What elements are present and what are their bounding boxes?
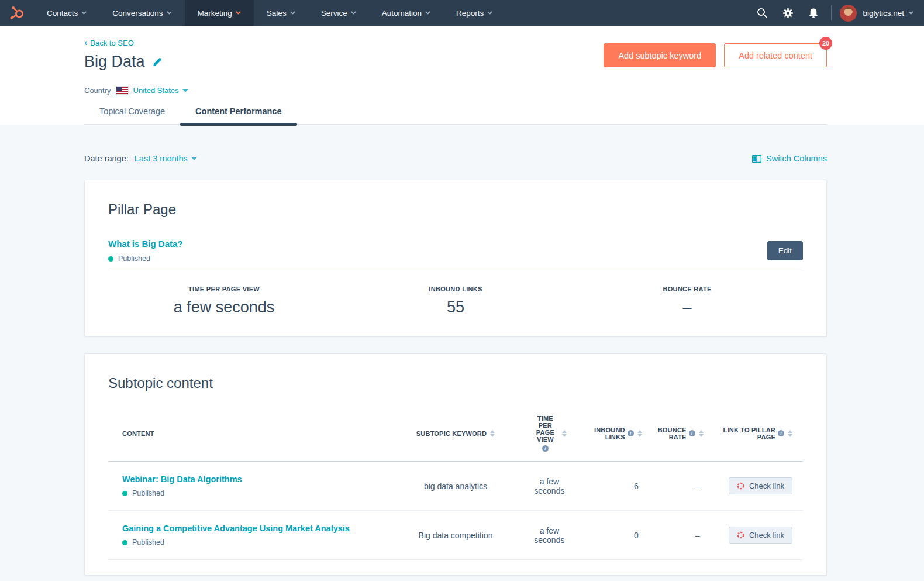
sort-arrows-icon[interactable] bbox=[788, 430, 792, 437]
back-to-seo-link[interactable]: ‹ Back to SEO bbox=[84, 38, 134, 47]
nav-item-conversations[interactable]: Conversations bbox=[99, 0, 184, 26]
status-badge: Published bbox=[118, 255, 150, 263]
nav-item-label: Service bbox=[321, 9, 347, 18]
page-header: ‹ Back to SEO Big Data Add subtopic keyw… bbox=[0, 26, 924, 125]
add-related-content-button[interactable]: Add related content bbox=[724, 43, 827, 67]
search-icon[interactable] bbox=[749, 0, 775, 26]
chevron-left-icon: ‹ bbox=[84, 38, 87, 47]
gear-icon[interactable] bbox=[775, 0, 801, 26]
check-link-button[interactable]: Check link bbox=[729, 527, 792, 544]
published-status-icon bbox=[108, 256, 113, 262]
stat-time-per-page-view: TIME PER PAGE VIEW a few seconds bbox=[108, 286, 340, 317]
date-range-label: Date range: bbox=[84, 154, 129, 163]
broken-link-icon bbox=[737, 482, 744, 490]
nav-item-marketing[interactable]: Marketing bbox=[185, 0, 254, 26]
info-icon[interactable]: i bbox=[778, 430, 784, 436]
column-header-time-per-page-view: TIME PER PAGE VIEW i bbox=[518, 415, 581, 452]
chevron-down-icon bbox=[167, 11, 172, 15]
nav-item-label: Marketing bbox=[198, 9, 232, 18]
pillar-stats: TIME PER PAGE VIEW a few seconds INBOUND… bbox=[108, 271, 803, 321]
chevron-down-icon bbox=[236, 11, 241, 15]
column-header-link-to-pillar-page: LINK TO PILLAR PAGE i bbox=[709, 427, 803, 441]
nav-item-label: Sales bbox=[267, 9, 287, 18]
nav-divider bbox=[831, 5, 832, 20]
info-icon[interactable]: i bbox=[628, 430, 634, 436]
published-status-icon bbox=[122, 491, 127, 496]
table-header-row: CONTENT SUBTOPIC KEYWORD TIME PER PAGE V… bbox=[108, 405, 803, 462]
chevron-down-icon bbox=[81, 11, 87, 15]
nav-item-label: Reports bbox=[456, 9, 484, 18]
country-select[interactable]: United States bbox=[133, 86, 188, 95]
subtopic-content-card: Subtopic content CONTENT SUBTOPIC KEYWOR… bbox=[84, 353, 827, 576]
content-link[interactable]: Gaining a Competitive Advantage Using Ma… bbox=[122, 524, 350, 533]
add-subtopic-keyword-button[interactable]: Add subtopic keyword bbox=[604, 43, 716, 67]
nav-item-contacts[interactable]: Contacts bbox=[34, 0, 99, 26]
nav-item-label: Automation bbox=[382, 9, 422, 18]
switch-columns-button[interactable]: Switch Columns bbox=[752, 154, 827, 163]
chevron-down-icon bbox=[191, 157, 197, 160]
nav-item-label: Conversations bbox=[112, 9, 163, 18]
edit-button[interactable]: Edit bbox=[767, 241, 803, 260]
stat-inbound-links: INBOUND LINKS 55 bbox=[340, 286, 571, 317]
bounce-rate-cell: – bbox=[647, 482, 709, 491]
status-badge: Published bbox=[132, 489, 164, 497]
subtopic-keyword-cell: big data analytics bbox=[393, 482, 518, 491]
table-row: Webinar: Big Data Algorithms Published b… bbox=[108, 462, 803, 511]
page-title: Big Data bbox=[84, 53, 163, 71]
date-range-select[interactable]: Last 3 months bbox=[135, 154, 197, 163]
time-per-page-view-cell: a few seconds bbox=[518, 477, 581, 496]
check-link-label: Check link bbox=[749, 482, 784, 490]
sort-arrows-icon[interactable] bbox=[490, 430, 495, 437]
sort-arrows-icon[interactable] bbox=[562, 430, 567, 437]
status-badge: Published bbox=[132, 538, 164, 546]
date-range-value: Last 3 months bbox=[135, 154, 188, 163]
sort-arrows-icon[interactable] bbox=[637, 430, 642, 437]
subtopic-card-title: Subtopic content bbox=[108, 375, 803, 391]
inbound-links-cell: 6 bbox=[581, 482, 647, 491]
pillar-page-card: Pillar Page What is Big Data? Published … bbox=[84, 180, 827, 337]
column-header-subtopic-keyword: SUBTOPIC KEYWORD bbox=[393, 430, 518, 437]
nav-item-service[interactable]: Service bbox=[308, 0, 369, 26]
tab-bar: Topical Coverage Content Performance bbox=[84, 106, 827, 125]
info-icon[interactable]: i bbox=[689, 430, 695, 436]
bell-icon[interactable] bbox=[801, 0, 826, 26]
inbound-links-cell: 0 bbox=[581, 531, 647, 540]
subtopic-table: CONTENT SUBTOPIC KEYWORD TIME PER PAGE V… bbox=[108, 405, 803, 560]
tab-topical-coverage[interactable]: Topical Coverage bbox=[84, 106, 180, 124]
country-value: United States bbox=[133, 86, 179, 95]
switch-columns-label: Switch Columns bbox=[766, 154, 827, 163]
check-link-button[interactable]: Check link bbox=[729, 477, 792, 494]
nav-item-automation[interactable]: Automation bbox=[369, 0, 443, 26]
chevron-down-icon bbox=[908, 11, 913, 15]
sort-arrows-icon[interactable] bbox=[699, 430, 704, 437]
content-link[interactable]: Webinar: Big Data Algorithms bbox=[122, 475, 242, 484]
stat-bounce-rate: BOUNCE RATE – bbox=[571, 286, 803, 317]
subtopic-keyword-cell: Big data competition bbox=[393, 531, 518, 540]
nav-utilities: biglytics.net bbox=[749, 0, 924, 26]
chevron-down-icon bbox=[487, 11, 492, 15]
published-status-icon bbox=[122, 540, 127, 545]
check-link-label: Check link bbox=[749, 531, 784, 539]
nav-item-sales[interactable]: Sales bbox=[254, 0, 308, 26]
hubspot-logo-icon[interactable] bbox=[0, 0, 34, 26]
chevron-down-icon bbox=[425, 11, 430, 15]
column-header-content: CONTENT bbox=[108, 430, 393, 437]
main-content: Date range: Last 3 months Switch Columns… bbox=[0, 125, 924, 576]
country-label: Country bbox=[84, 86, 111, 95]
account-name: biglytics.net bbox=[863, 9, 904, 18]
back-link-label: Back to SEO bbox=[90, 39, 133, 47]
pillar-card-title: Pillar Page bbox=[108, 201, 803, 218]
column-header-bounce-rate: BOUNCE RATE i bbox=[647, 427, 709, 441]
info-icon[interactable]: i bbox=[542, 445, 549, 452]
account-menu[interactable]: biglytics.net bbox=[863, 9, 913, 18]
pillar-page-link[interactable]: What is Big Data? bbox=[108, 239, 183, 249]
nav-item-reports[interactable]: Reports bbox=[443, 0, 505, 26]
avatar[interactable] bbox=[840, 5, 857, 22]
us-flag-icon bbox=[116, 87, 128, 94]
nav-item-label: Contacts bbox=[47, 9, 78, 18]
tab-content-performance[interactable]: Content Performance bbox=[180, 106, 296, 124]
pencil-icon[interactable] bbox=[152, 57, 163, 67]
time-per-page-view-cell: a few seconds bbox=[518, 526, 581, 545]
table-row: Gaining a Competitive Advantage Using Ma… bbox=[108, 511, 803, 560]
column-header-inbound-links: INBOUND LINKS i bbox=[581, 427, 647, 441]
